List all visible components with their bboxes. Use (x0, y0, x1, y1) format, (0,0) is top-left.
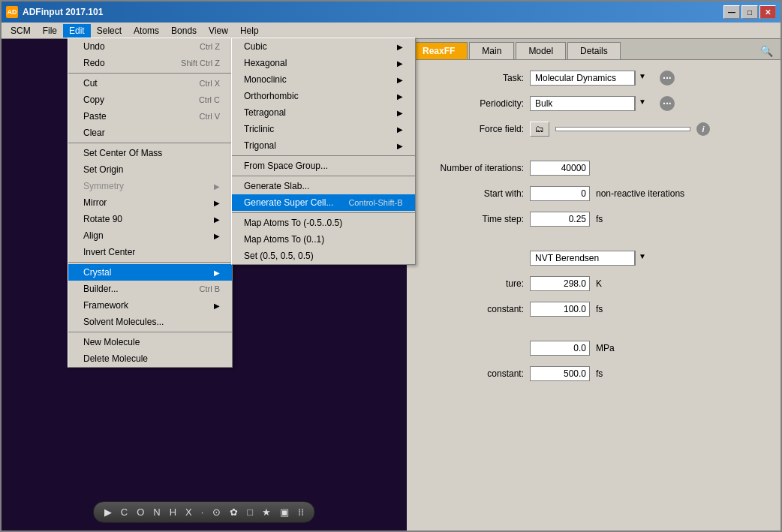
hydrogen-icon[interactable]: H (168, 505, 178, 519)
crystal-triclinic[interactable]: Triclinic ▶ (232, 121, 415, 137)
startwith-input[interactable] (530, 186, 590, 201)
carbon-icon[interactable]: C (119, 505, 129, 519)
timestep-row: Time step: fs (419, 210, 768, 228)
circle-icon[interactable]: ⊙ (211, 505, 222, 519)
periodicity-value[interactable]: Bulk (530, 96, 635, 111)
tab-main[interactable]: Main (469, 42, 514, 59)
dot-icon[interactable]: · (200, 505, 206, 519)
menu-file[interactable]: File (37, 24, 63, 38)
task-value[interactable]: Molecular Dynamics (530, 71, 635, 86)
menu-select[interactable]: Select (91, 24, 128, 38)
periodicity-label: Periodicity: (419, 98, 524, 109)
iterations-input[interactable] (530, 161, 590, 176)
pressure-input[interactable] (530, 341, 590, 356)
task-row: Task: Molecular Dynamics ▼ ··· (419, 69, 768, 87)
pressure-row: MPa (419, 339, 768, 357)
forcefield-file-button[interactable]: 🗂 (530, 122, 549, 137)
maximize-button[interactable]: □ (741, 5, 758, 19)
menu-crystal[interactable]: Crystal ▶ (68, 264, 232, 281)
thermostat-dropdown: NVT Berendsen ▼ (530, 251, 649, 266)
menu-redo[interactable]: Redo Shift Ctrl Z (68, 55, 232, 71)
crystal-tetragonal[interactable]: Tetragonal ▶ (232, 104, 415, 121)
crystal-map-atoms-pos[interactable]: Map Atoms To (0..1) (232, 231, 415, 248)
window-controls: — □ ✕ (723, 5, 776, 19)
periodicity-more-button[interactable]: ··· (660, 96, 675, 111)
nitrogen-icon[interactable]: N (152, 505, 161, 519)
crystal-hexagonal[interactable]: Hexagonal ▶ (232, 55, 415, 71)
crystal-sep-1 (232, 155, 415, 156)
menu-set-origin[interactable]: Set Origin (68, 161, 232, 178)
titlebar: AD ADFinput 2017.101 — □ ✕ (2, 2, 780, 23)
crystal-menu: Cubic ▶ Hexagonal ▶ Monoclinic ▶ Orthorh… (231, 38, 416, 265)
search-button[interactable]: 🔍 (756, 44, 777, 59)
oxygen-icon[interactable]: O (135, 505, 146, 519)
menu-bonds[interactable]: Bonds (165, 24, 203, 38)
edit-menu: Undo Ctrl Z Redo Shift Ctrl Z Cut Ctrl X… (68, 38, 233, 368)
menu-view[interactable]: View (203, 24, 234, 38)
timestep-input[interactable] (530, 212, 590, 227)
separator-2 (68, 143, 232, 143)
crystal-map-atoms-neg[interactable]: Map Atoms To (-0.5..0.5) (232, 215, 415, 231)
star-icon[interactable]: ★ (260, 505, 272, 519)
periodicity-arrow[interactable]: ▼ (635, 96, 649, 111)
crystal-monoclinic[interactable]: Monoclinic ▶ (232, 71, 415, 88)
startwith-suffix: non-reactive iterations (596, 188, 684, 199)
menu-invert-center[interactable]: Invert Center (68, 244, 232, 260)
tab-reaxff[interactable]: ReaxFF (410, 42, 468, 59)
crystal-generate-slab[interactable]: Generate Slab... (232, 178, 415, 194)
menu-edit[interactable]: Edit (63, 24, 91, 38)
menu-symmetry[interactable]: Symmetry ▶ (68, 178, 232, 194)
crystal-cubic[interactable]: Cubic ▶ (232, 38, 415, 55)
ptau-label: constant: (419, 368, 524, 379)
menu-set-center-of-mass[interactable]: Set Center Of Mass (68, 145, 232, 161)
menu-paste[interactable]: Paste Ctrl V (68, 108, 232, 125)
menu-framework[interactable]: Framework ▶ (68, 297, 232, 314)
task-arrow[interactable]: ▼ (635, 71, 649, 86)
pressure-suffix: MPa (596, 343, 615, 353)
square-icon[interactable]: □ (245, 505, 254, 519)
temperature-input[interactable] (530, 276, 590, 291)
crystal-generate-super-cell[interactable]: Generate Super Cell... Control-Shift-B (232, 194, 415, 211)
forcefield-input[interactable] (555, 127, 690, 131)
grid-icon[interactable]: ▣ (278, 505, 290, 519)
tab-model[interactable]: Model (516, 42, 566, 59)
ptau-row: constant: fs (419, 365, 768, 383)
menu-rotate90[interactable]: Rotate 90 ▶ (68, 211, 232, 227)
menu-help[interactable]: Help (234, 24, 265, 38)
menu-align[interactable]: Align ▶ (68, 227, 232, 244)
x-icon[interactable]: X (184, 505, 194, 519)
crystal-orthorhombic[interactable]: Orthorhombic ▶ (232, 88, 415, 104)
ptau-input[interactable] (530, 366, 590, 381)
menu-undo[interactable]: Undo Ctrl Z (68, 38, 232, 55)
crystal-from-space-group[interactable]: From Space Group... (232, 158, 415, 174)
menu-atoms[interactable]: Atoms (128, 24, 165, 38)
menu-delete-molecule[interactable]: Delete Molecule (68, 350, 232, 367)
gear-icon[interactable]: ✿ (228, 505, 239, 519)
close-button[interactable]: ✕ (759, 5, 776, 19)
thermostat-arrow[interactable]: ▼ (635, 251, 649, 266)
thermostat-value[interactable]: NVT Berendsen (530, 251, 635, 266)
tau-input[interactable] (530, 302, 590, 317)
thermostat-row: NVT Berendsen ▼ (419, 249, 768, 267)
crystal-set-half[interactable]: Set (0.5, 0.5, 0.5) (232, 248, 415, 264)
play-icon[interactable]: ▶ (103, 505, 113, 519)
forcefield-row: Force field: 🗂 i (419, 120, 768, 138)
menu-cut[interactable]: Cut Ctrl X (68, 75, 232, 92)
crystal-trigonal[interactable]: Trigonal ▶ (232, 137, 415, 154)
task-more-button[interactable]: ··· (660, 71, 675, 86)
menu-clear[interactable]: Clear (68, 125, 232, 141)
menu-copy[interactable]: Copy Ctrl C (68, 92, 232, 108)
menu-new-molecule[interactable]: New Molecule (68, 334, 232, 350)
tab-details[interactable]: Details (567, 42, 621, 59)
task-dropdown: Molecular Dynamics ▼ (530, 71, 649, 86)
startwith-row: Start with: non-reactive iterations (419, 185, 768, 203)
menu-scm[interactable]: SCM (5, 24, 37, 38)
menu-mirror[interactable]: Mirror ▶ (68, 194, 232, 211)
menu-builder[interactable]: Builder... Ctrl B (68, 281, 232, 297)
minimize-button[interactable]: — (723, 5, 740, 19)
menu-solvent-molecules[interactable]: Solvent Molecules... (68, 314, 232, 330)
dots-icon[interactable]: ⁞⁞ (296, 505, 305, 519)
forcefield-label: Force field: (419, 124, 524, 134)
forcefield-info-button[interactable]: i (696, 122, 710, 136)
tau-label: constant: (419, 304, 524, 314)
